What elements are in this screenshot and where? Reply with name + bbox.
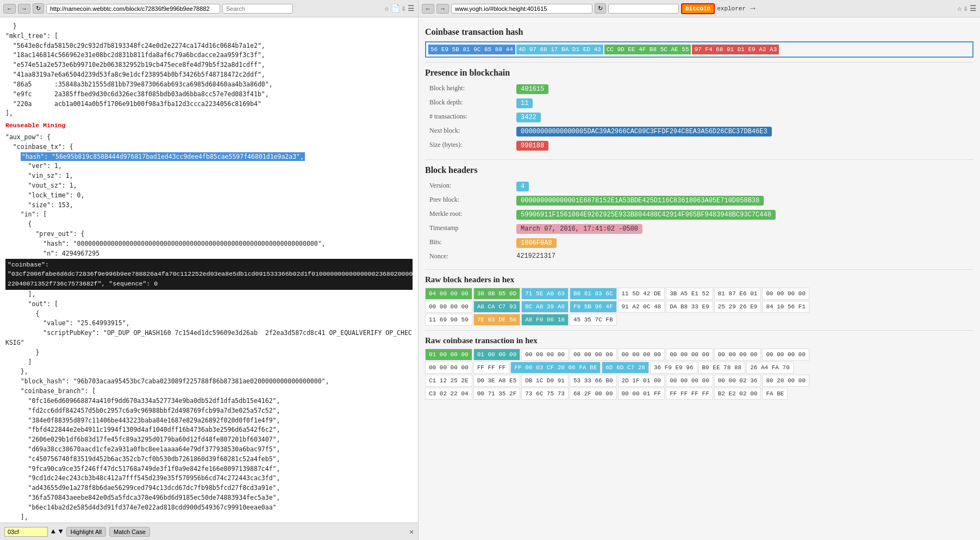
block-headers-table: Version: 4 Prev block: 000000000000001E6… [425, 179, 973, 263]
block-headers-title: Block headers [425, 165, 973, 175]
hex-cell: BC A8 39 A8 [521, 301, 569, 313]
next-block-label: Next block: [425, 125, 512, 139]
hex-cell: 36 F9 E9 96 [650, 362, 697, 374]
right-menu-icon[interactable]: ☰ [970, 4, 977, 13]
right-search-bar[interactable] [608, 4, 679, 14]
next-block-value: 00000000000000005DAC39A2966CAC09C3FFDF29… [516, 127, 772, 136]
right-forward-button[interactable]: → [436, 4, 449, 14]
timestamp-value: March 07, 2016, 17:41:02 -0500 [516, 224, 642, 234]
hex-cell: 00 00 00 00 [618, 349, 665, 361]
find-down-btn[interactable]: ▼ [59, 527, 63, 536]
forward-button[interactable]: → [18, 4, 30, 14]
hex-cell: 25 29 26 E9 [714, 301, 761, 313]
raw-hex-row-1: 04 00 00 00 38 8B 05 0D 71 5E A0 63 B0 6… [425, 288, 973, 300]
find-close-button[interactable]: ✕ [409, 527, 414, 536]
block-height-row: Block height: 401615 [425, 82, 973, 96]
hex-cell: 68 2F 00 00 [570, 388, 617, 400]
json-code: } "mkrl_tree": [ "5643e8cfda58150c29c932… [5, 22, 413, 119]
presence-section: Presence in blockchain Block height: 401… [425, 68, 973, 153]
next-block-row: Next block: 00000000000000005DAC39A2966C… [425, 125, 973, 139]
block-headers-section: Block headers Version: 4 Prev block: 000… [425, 165, 973, 263]
timestamp-label: Timestamp [425, 222, 512, 236]
settings-icon[interactable]: ☰ [408, 4, 415, 13]
hex-cell: B2 E2 02 00 [714, 388, 761, 400]
right-browser-bar: ← → ↻ bitcoin explorer → ☆ ⇩ ☰ [419, 0, 980, 17]
hex-cell: 26 A4 FA 70 [746, 362, 794, 374]
ver-field: "ver": 1, [21, 162, 62, 170]
hex-cell: 00 00 00 00 [521, 349, 569, 361]
find-up-btn[interactable]: ▲ [51, 527, 55, 536]
hash-highlight: "hash": "56e95b819c8588444d976817bad1ed4… [21, 152, 305, 161]
hash-byte-1: 56 E9 5B 81 9C 85 88 44 [428, 45, 515, 54]
hex-cell: 00 00 00 00 [762, 349, 809, 361]
size-label: Size (bytes): [425, 139, 512, 153]
download-icon[interactable]: ⇩ [402, 4, 406, 13]
find-bar: ▲ ▼ Highlight All Match Case ✕ [0, 523, 418, 540]
history-icon[interactable]: 📄 [391, 4, 400, 13]
hex-cell: FF FF FF [473, 362, 510, 374]
hex-cell: B0 61 83 6C [570, 288, 617, 300]
hex-cell: 6D 6D C7 28 [602, 362, 649, 374]
hex-cell: 11 69 90 59 [425, 314, 472, 326]
match-case-button[interactable]: Match Case [109, 527, 150, 537]
highlight-all-button[interactable]: Highlight All [66, 527, 106, 537]
size-value: 998188 [516, 141, 548, 151]
hex-cell: 84 10 56 F1 [762, 301, 809, 313]
reuseable-mining-text: Reuseable Mining [5, 122, 65, 129]
left-search-bar[interactable] [222, 4, 293, 14]
arrow-right-icon[interactable]: → [750, 4, 756, 14]
hex-cell: FF 00 03 CF 20 06 FA BE [510, 362, 601, 374]
hex-cell: DA B8 33 E9 [666, 301, 713, 313]
bits-row: Bits: 1806F0A8 [425, 236, 973, 250]
right-bookmark-icon[interactable]: ☆ [957, 4, 962, 13]
left-url-bar[interactable] [46, 4, 220, 14]
block-depth-value: 11 [516, 98, 533, 108]
prev-block-value: 000000000000001E6878152E1A53BDE425D116C8… [516, 196, 764, 206]
merkle-root-row: Merkle root: 59906911F1561084E9262925E93… [425, 208, 973, 222]
right-download-icon[interactable]: ⇩ [964, 4, 968, 13]
size-field: "size": 153, [21, 201, 73, 209]
reload-button[interactable]: ↻ [33, 3, 44, 14]
bits-label: Bits: [425, 236, 512, 250]
aux-pow-code: "aux_pow": { "coinbase_tx": { "hash": "5… [5, 133, 413, 259]
transactions-value: 3422 [516, 113, 541, 122]
hex-cell: FA BE [762, 388, 788, 400]
timestamp-row: Timestamp March 07, 2016, 17:41:02 -0500 [425, 222, 973, 236]
hex-cell: 01 00 00 00 [473, 349, 521, 361]
hex-cell: 38 8B 05 0D [473, 288, 521, 300]
hex-cell: D0 3E A8 E5 [473, 375, 521, 387]
version-row: Version: 4 [425, 179, 973, 194]
hex-cell: 2D 1F 01 00 [618, 375, 665, 387]
raw-block-headers-title: Raw block headers in hex [425, 275, 973, 284]
bookmark-icon[interactable]: ☆ [384, 4, 389, 13]
raw-hex-row-3: 11 69 90 59 7E 03 DE 56 A8 F0 06 18 45 3… [425, 314, 973, 326]
right-back-button[interactable]: ← [422, 4, 434, 14]
right-panel: ← → ↻ bitcoin explorer → ☆ ⇩ ☰ Coinbase … [419, 0, 980, 540]
raw-coinbase-title: Raw coinbase transaction in hex [425, 336, 973, 345]
prev-block-row: Prev block: 000000000000001E6878152E1A53… [425, 194, 973, 208]
raw-coinbase-section: Raw coinbase transaction in hex 01 00 00… [425, 336, 973, 400]
nonce-label: Nonce: [425, 250, 512, 263]
vout-sz-field: "vout_sz": 1, [21, 182, 77, 189]
presence-table: Block height: 401615 Block depth: 11 # t… [425, 82, 973, 153]
merkle-root-value: 59906911F1561084E9262925E933B804488C4291… [516, 210, 776, 220]
block-depth-row: Block depth: 11 [425, 96, 973, 110]
raw-block-headers-section: Raw block headers in hex 04 00 00 00 38 … [425, 275, 973, 326]
block-height-value: 401615 [516, 84, 548, 94]
right-reload-button[interactable]: ↻ [595, 3, 606, 14]
hash-byte-4: 97 F4 68 01 D1 E9 A2 A3 [692, 45, 779, 54]
bitcoin-badge: bitcoin [681, 3, 715, 14]
right-url-bar[interactable] [451, 4, 592, 14]
back-button[interactable]: ← [3, 4, 16, 14]
nonce-row: Nonce: 4219221317 [425, 250, 973, 263]
left-code-area[interactable]: } "mkrl_tree": [ "5643e8cfda58150c29c932… [0, 17, 418, 523]
find-input[interactable] [4, 527, 48, 537]
nonce-value: 4219221317 [516, 252, 555, 260]
hex-cell: 91 A2 0C 48 [618, 301, 665, 313]
hex-cell: F9 5B 96 4F [570, 301, 617, 313]
hex-cell: A8 F0 06 18 [521, 314, 569, 326]
hex-cell: 81 87 E6 01 [714, 288, 761, 300]
right-toolbar-icons: ☆ ⇩ ☰ [957, 4, 977, 13]
right-content-area[interactable]: Coinbase transaction hash 56 E9 5B 81 9C… [419, 17, 980, 540]
hex-cell: 01 00 00 00 [425, 349, 472, 361]
